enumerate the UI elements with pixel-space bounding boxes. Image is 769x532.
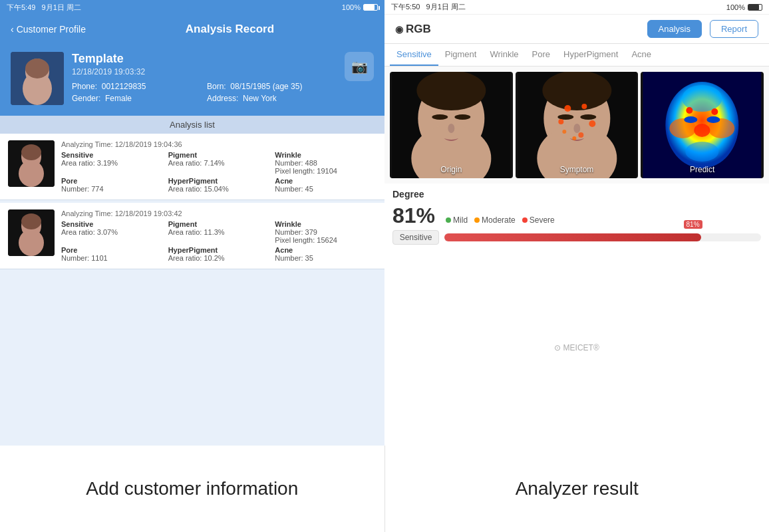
pore-label-2: Pore Number: 1101 [61,246,163,262]
degree-section: Degree 81% Mild Moderate Severe [384,184,769,250]
profile-avatar [11,52,64,105]
analysis-list-label: Analysis list [170,120,215,130]
svg-point-26 [564,105,571,112]
analysis-item-2[interactable]: Analyzing Time: 12/18/2019 19:03:42 Sens… [0,203,384,269]
profile-fields: Phone: 0012129835 Born: 08/15/1985 (age … [72,82,337,103]
svg-point-22 [542,72,611,110]
address-value: New York [243,94,277,103]
legend-mild: Mild [446,215,468,225]
svg-point-11 [21,213,41,229]
legend-severe: Severe [522,215,555,225]
face-predict-wrap: Predict [641,72,764,178]
hyperpigment-label-2: HyperPigment Area ratio: 10.2% [168,246,270,262]
bottom-labels: Add customer information Analyzer result [0,446,769,532]
right-battery-icon [748,4,762,11]
svg-point-39 [686,142,719,162]
acne-label-2: Acne Number: 35 [275,246,377,262]
left-percent: 100% [342,3,361,11]
percent-display: 81% [392,203,435,228]
svg-point-31 [578,132,583,138]
progress-label-sensitive: Sensitive [392,230,439,245]
svg-point-28 [558,119,563,124]
address-label: Address: [207,94,238,103]
data-grid-1: Sensitive Area ratio: 3.19% Pigment Area… [61,151,377,193]
svg-point-15 [416,72,486,110]
face-origin-image [390,72,513,178]
analysis-item[interactable]: Analyzing Time: 12/18/2019 19:04:36 Sens… [0,134,384,200]
progress-bar-fill-sensitive [444,233,701,241]
svg-point-29 [589,120,595,127]
analysis-thumb-2 [8,209,55,256]
profile-name: Template [72,52,337,66]
back-label: Customer Profile [17,24,86,35]
rgb-title: ◉ RGB [395,23,639,36]
analysis-time-2: Analyzing Time: 12/18/2019 19:03:42 [61,209,377,217]
legend-moderate: Moderate [474,215,516,225]
analysis-time-1: Analyzing Time: 12/18/2019 19:04:36 [61,140,377,148]
bottom-label-left: Add customer information [0,446,385,532]
born-value: 08/15/1985 (age 35) [230,82,302,91]
address-field: Address: New York [207,94,337,103]
phone-field: Phone: 0012129835 [72,82,202,91]
svg-point-16 [432,114,448,120]
left-date: 9月1日 周二 [42,3,81,11]
svg-point-27 [581,104,587,109]
gender-label: Gender: [72,94,100,103]
right-panel: 下午5:50 9月1日 周二 100% ◉ RGB Analysis Repor [384,0,769,446]
gender-value: Female [105,94,132,103]
left-time: 下午5:49 [7,3,35,11]
pigment-label-2: Pigment Area ratio: 11.3% [168,220,270,244]
data-grid-2: Sensitive Area ratio: 3.07% Pigment Area… [61,220,377,262]
tab-sensitive[interactable]: Sensitive [390,44,438,66]
svg-point-43 [707,116,720,123]
tab-wrinkle[interactable]: Wrinkle [483,44,525,66]
rgb-icon: ◉ [395,24,406,35]
hyperpigment-label-1: HyperPigment Area ratio: 15.04% [168,177,270,193]
progress-bar-wrap-sensitive [444,233,761,241]
svg-point-30 [572,136,576,140]
thumb-face-1 [8,140,55,187]
svg-point-7 [21,144,41,160]
svg-point-10 [19,229,44,256]
predict-label: Predict [641,165,764,174]
rgb-header: ◉ RGB Analysis Report [384,15,769,44]
svg-point-24 [580,114,596,120]
report-tab-button[interactable]: Report [710,20,758,38]
right-time: 下午5:50 [391,3,420,11]
wrinkle-label-2: Wrinkle Number: 379 Pixel length: 15624 [275,220,377,244]
bottom-label-right: Analyzer result [385,446,770,532]
pigment-label-1: Pigment Area ratio: 7.14% [168,151,270,175]
right-percent: 100% [726,3,745,11]
analysis-tab-button[interactable]: Analysis [647,20,702,38]
face-origin-wrap: Origin [390,72,513,178]
face-images: Origin [384,66,769,184]
right-date: 9月1日 周二 [426,3,466,11]
left-status-bar: 下午5:49 9月1日 周二 100% [0,0,384,15]
tab-hyperpigment[interactable]: HyperPigment [557,44,625,66]
legend: Mild Moderate Severe [446,215,555,225]
acne-label-1: Acne Number: 45 [275,177,377,193]
nav-bar: ‹ Customer Profile Analysis Record [0,15,384,44]
svg-point-42 [685,116,698,123]
svg-point-41 [712,108,718,115]
skin-tabs: Sensitive Pigment Wrinkle Pore HyperPigm… [384,44,769,66]
gender-field: Gender: Female [72,94,202,103]
analysis-items-list[interactable]: Analyzing Time: 12/18/2019 19:04:36 Sens… [0,134,384,446]
origin-label: Origin [390,165,513,174]
camera-icon: 📷 [351,59,368,74]
svg-point-23 [557,114,573,120]
analysis-thumb-1 [8,140,55,187]
tab-pore[interactable]: Pore [526,44,557,66]
left-panel: 下午5:49 9月1日 周二 100% ‹ Customer Profile A… [0,0,384,446]
tab-acne[interactable]: Acne [625,44,658,66]
face-symptom-image [516,72,639,178]
tab-pigment[interactable]: Pigment [438,44,484,66]
mild-dot [446,217,451,223]
face-predict-image [641,72,764,178]
pore-label-1: Pore Number: 774 [61,177,163,193]
back-button[interactable]: ‹ Customer Profile [11,24,86,35]
moderate-dot [474,217,480,223]
take-photo-button[interactable]: 📷 [345,52,374,81]
meicet-logo: ⊙ MEICET® [554,343,599,352]
back-chevron-icon: ‹ [11,24,14,35]
